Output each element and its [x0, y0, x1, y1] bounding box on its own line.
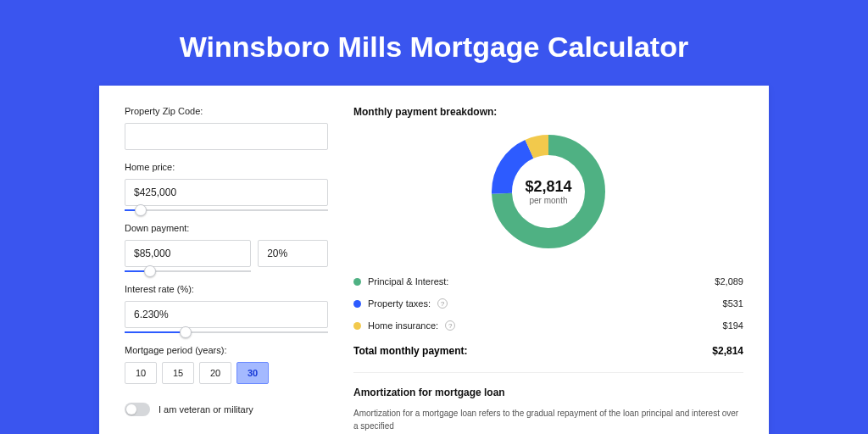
legend-dot	[353, 300, 361, 308]
zip-label: Property Zip Code:	[125, 106, 328, 116]
rate-label: Interest rate (%):	[125, 284, 328, 294]
price-input[interactable]	[125, 179, 328, 206]
breakdown-title: Monthly payment breakdown:	[353, 106, 743, 118]
rate-slider[interactable]	[125, 331, 328, 333]
period-btn-15[interactable]: 15	[162, 362, 194, 384]
price-field: Home price:	[125, 162, 328, 211]
down-pct-input[interactable]	[258, 240, 328, 267]
period-btn-30[interactable]: 30	[236, 362, 269, 384]
donut-chart: $2,814 per month	[353, 128, 743, 255]
veteran-row: I am veteran or military	[125, 403, 328, 416]
legend-value: $531	[723, 298, 743, 309]
amortization-text: Amortization for a mortgage loan refers …	[353, 407, 743, 432]
help-icon[interactable]: ?	[445, 320, 455, 331]
form-panel: Property Zip Code: Home price: Down paym…	[125, 106, 328, 434]
total-label: Total monthly payment:	[353, 345, 467, 357]
breakdown-panel: Monthly payment breakdown: $2,814 per mo…	[353, 106, 743, 434]
down-label: Down payment:	[125, 223, 328, 233]
period-btn-10[interactable]: 10	[125, 362, 157, 384]
rate-field: Interest rate (%):	[125, 284, 328, 333]
down-slider[interactable]	[125, 270, 251, 272]
total-row: Total monthly payment: $2,814	[353, 337, 743, 369]
zip-field: Property Zip Code:	[125, 106, 328, 150]
page-title: Winnsboro Mills Mortgage Calculator	[0, 0, 868, 86]
legend-value: $194	[723, 320, 743, 331]
price-label: Home price:	[125, 162, 328, 172]
rate-input[interactable]	[125, 301, 328, 328]
veteran-label: I am veteran or military	[159, 404, 253, 415]
legend-label: Principal & Interest:	[368, 276, 448, 287]
legend-value: $2,089	[715, 276, 743, 287]
legend-label: Home insurance:	[368, 320, 438, 331]
period-field: Mortgage period (years): 10152030	[125, 345, 328, 384]
period-label: Mortgage period (years):	[125, 345, 328, 355]
calculator-card: Property Zip Code: Home price: Down paym…	[99, 86, 769, 434]
period-btn-20[interactable]: 20	[199, 362, 231, 384]
legend-row: Principal & Interest:$2,089	[353, 270, 743, 292]
price-slider[interactable]	[125, 209, 328, 211]
donut-sub: per month	[529, 196, 567, 205]
legend-dot	[353, 278, 361, 286]
help-icon[interactable]: ?	[437, 298, 448, 309]
legend-row: Home insurance:?$194	[353, 314, 743, 337]
legend-label: Property taxes:	[368, 298, 431, 309]
donut-amount: $2,814	[525, 178, 571, 196]
legend-dot	[353, 322, 361, 330]
amortization-section: Amortization for mortgage loan Amortizat…	[353, 372, 743, 432]
down-field: Down payment:	[125, 223, 328, 272]
amortization-title: Amortization for mortgage loan	[353, 387, 743, 398]
veteran-toggle[interactable]	[125, 403, 150, 416]
zip-input[interactable]	[125, 123, 328, 150]
total-value: $2,814	[712, 345, 743, 357]
down-amount-input[interactable]	[125, 240, 251, 267]
legend-row: Property taxes:?$531	[353, 292, 743, 314]
